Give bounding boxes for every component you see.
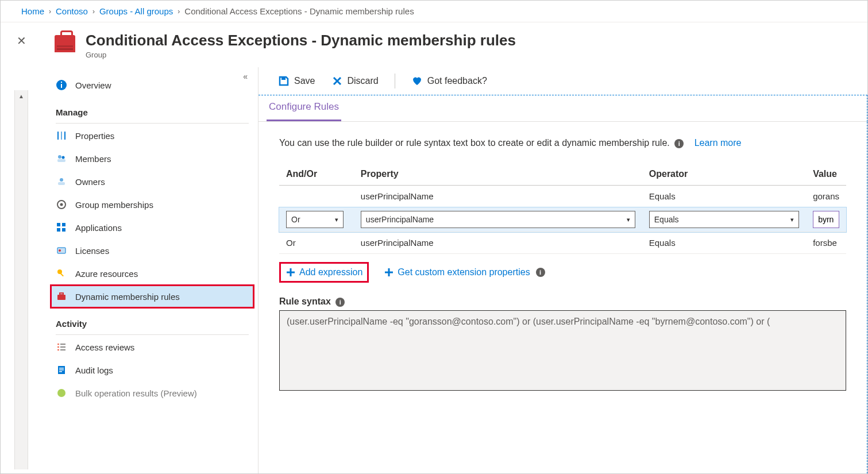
sidebar-item-dynamic-rules[interactable]: Dynamic membership rules xyxy=(51,286,253,307)
plus-icon xyxy=(286,267,296,278)
value-input[interactable] xyxy=(813,211,839,228)
col-value: Value xyxy=(806,163,846,186)
svg-rect-20 xyxy=(60,273,64,276)
outer-scrollbar[interactable]: ▲ xyxy=(14,90,28,469)
cell-property: userPrincipalName xyxy=(354,186,642,207)
tab-strip: Configure Rules xyxy=(259,95,867,122)
breadcrumb-home[interactable]: Home xyxy=(21,6,44,16)
page-title: Conditional Access Exceptions - Dynamic … xyxy=(86,32,516,49)
toolbar-separator xyxy=(395,74,395,88)
cell-value: gorans xyxy=(806,186,846,207)
checklist-icon xyxy=(56,341,67,353)
members-icon xyxy=(56,153,67,164)
feedback-button[interactable]: Got feedback? xyxy=(406,73,493,89)
license-icon xyxy=(56,245,67,256)
page-header: ✕ Conditional Access Exceptions - Dynami… xyxy=(1,22,867,68)
rule-syntax-label: Rule syntax i xyxy=(279,296,846,307)
sidebar-item-label: Dynamic membership rules xyxy=(75,292,180,302)
chevron-right-icon: › xyxy=(92,7,95,16)
close-icon[interactable]: ✕ xyxy=(17,34,26,48)
andor-select[interactable]: Or▾ xyxy=(286,211,344,228)
cell-operator: Equals xyxy=(642,232,806,254)
main-content: Save Discard Got feedback? Configure Rul… xyxy=(258,67,867,473)
svg-rect-24 xyxy=(59,368,64,369)
svg-rect-28 xyxy=(281,77,286,80)
scroll-up-icon[interactable]: ▲ xyxy=(15,90,28,102)
sidebar-item-azure-resources[interactable]: Azure resources xyxy=(51,263,253,284)
svg-rect-13 xyxy=(57,223,60,226)
add-expression-button[interactable]: Add expression xyxy=(279,262,369,283)
svg-rect-26 xyxy=(59,371,62,372)
plus-icon xyxy=(384,267,394,278)
bulk-icon xyxy=(56,387,67,399)
sidebar-item-label: Group memberships xyxy=(75,200,153,210)
sidebar-item-bulk-results[interactable]: Bulk operation results (Preview) xyxy=(51,382,253,404)
save-label: Save xyxy=(294,76,315,86)
intro-text: You can use the rule builder or rule syn… xyxy=(279,138,846,148)
divider xyxy=(56,334,249,335)
rules-panel: You can use the rule builder or rule syn… xyxy=(259,122,867,473)
briefcase-small-icon xyxy=(56,291,67,302)
sidebar-section-activity: Activity xyxy=(51,309,258,332)
info-icon[interactable]: i xyxy=(674,139,684,148)
info-icon[interactable]: i xyxy=(536,268,545,277)
breadcrumb-current: Conditional Access Exceptions - Dynamic … xyxy=(184,6,414,16)
discard-button[interactable]: Discard xyxy=(326,74,384,88)
operator-select[interactable]: Equals▾ xyxy=(649,211,799,228)
get-custom-properties-button[interactable]: Get custom extension properties i xyxy=(379,264,551,281)
save-button[interactable]: Save xyxy=(272,73,321,89)
sidebar-item-properties[interactable]: Properties xyxy=(51,125,253,147)
cell-value: forsbe xyxy=(806,232,846,254)
svg-point-9 xyxy=(60,178,63,182)
svg-rect-10 xyxy=(58,182,65,185)
svg-rect-1 xyxy=(61,84,62,88)
sidebar-item-owners[interactable]: Owners xyxy=(51,171,253,192)
svg-rect-4 xyxy=(61,132,62,140)
sidebar-item-label: Licenses xyxy=(75,246,109,256)
cell-operator: Equals xyxy=(642,186,806,207)
toolbar: Save Discard Got feedback? xyxy=(259,67,867,95)
sidebar-item-label: Members xyxy=(75,154,111,164)
sidebar-item-audit-logs[interactable]: Audit logs xyxy=(51,359,253,381)
sidebar-item-label: Bulk operation results (Preview) xyxy=(75,388,197,398)
sidebar-item-group-memberships[interactable]: Group memberships xyxy=(51,194,253,215)
svg-point-6 xyxy=(58,155,61,159)
sidebar-item-members[interactable]: Members xyxy=(51,148,253,169)
log-icon xyxy=(56,364,67,376)
chevron-down-icon: ▾ xyxy=(335,216,338,223)
svg-rect-22 xyxy=(60,293,63,295)
rule-row-active: Or▾ userPrincipalName▾ Equals▾ xyxy=(279,207,846,232)
svg-point-18 xyxy=(59,249,61,252)
action-links: Add expression Get custom extension prop… xyxy=(279,262,846,283)
breadcrumb: Home › Contoso › Groups - All groups › C… xyxy=(1,1,867,22)
svg-rect-25 xyxy=(59,369,64,371)
gear-icon xyxy=(56,199,67,210)
sidebar-item-overview[interactable]: Overview xyxy=(51,74,253,96)
property-select[interactable]: userPrincipalName▾ xyxy=(361,211,635,228)
breadcrumb-groups[interactable]: Groups - All groups xyxy=(99,6,173,16)
svg-point-19 xyxy=(57,269,62,274)
feedback-label: Got feedback? xyxy=(427,76,487,86)
svg-rect-15 xyxy=(57,228,60,232)
cell-andor: Or xyxy=(279,232,354,254)
key-icon xyxy=(56,268,67,279)
svg-rect-14 xyxy=(62,223,65,226)
sidebar-item-label: Azure resources xyxy=(75,269,138,279)
svg-point-27 xyxy=(57,389,65,397)
page-subtitle: Group xyxy=(86,51,516,59)
sidebar-item-licenses[interactable]: Licenses xyxy=(51,240,253,261)
svg-point-12 xyxy=(60,203,63,206)
breadcrumb-contoso[interactable]: Contoso xyxy=(56,6,88,16)
cell-andor xyxy=(279,186,354,207)
collapse-sidebar-icon[interactable]: « xyxy=(243,72,248,81)
sidebar-item-label: Overview xyxy=(75,80,111,90)
learn-more-link[interactable]: Learn more xyxy=(695,138,742,148)
rule-syntax-textbox[interactable] xyxy=(279,310,846,391)
sidebar-item-applications[interactable]: Applications xyxy=(51,217,253,238)
rule-row: userPrincipalName Equals gorans xyxy=(279,186,846,207)
info-icon[interactable]: i xyxy=(335,298,345,307)
rule-row: Or userPrincipalName Equals forsbe xyxy=(279,232,846,254)
sidebar-item-access-reviews[interactable]: Access reviews xyxy=(51,336,253,358)
tab-configure-rules[interactable]: Configure Rules xyxy=(267,95,341,121)
sidebar-item-label: Audit logs xyxy=(75,365,113,375)
